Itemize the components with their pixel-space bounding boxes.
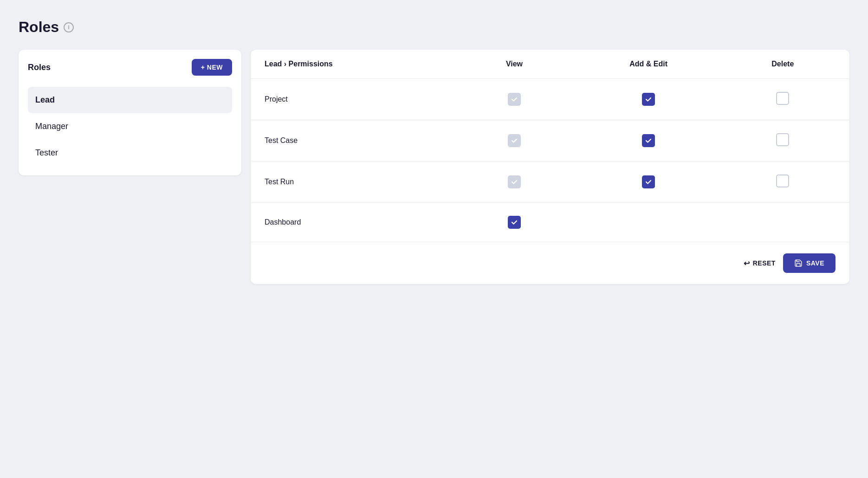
checkbox-unchecked[interactable] [776, 92, 789, 105]
view-checkbox-testcase[interactable] [447, 120, 581, 161]
footer-row: ↩ RESET SAVE [251, 242, 849, 284]
role-list: Lead Manager Tester [28, 87, 232, 166]
delete-checkbox-dashboard [716, 203, 849, 242]
left-panel: Roles + NEW Lead Manager Tester [19, 50, 241, 175]
checkbox-blue[interactable] [642, 175, 655, 188]
checkbox-unchecked[interactable] [776, 133, 789, 146]
page-title: Roles [19, 19, 59, 36]
checkbox-gray [508, 175, 521, 188]
delete-checkbox-testcase[interactable] [716, 120, 849, 161]
reset-icon: ↩ [744, 259, 750, 268]
view-checkbox-testrun[interactable] [447, 161, 581, 203]
col-header-resource: Lead › Permissions [251, 50, 447, 79]
resource-name-project: Project [251, 79, 447, 120]
save-button[interactable]: SAVE [783, 253, 836, 273]
checkbox-blue[interactable] [508, 216, 521, 229]
reset-label: RESET [753, 259, 776, 267]
table-row: Test Case [251, 120, 849, 161]
view-checkbox-dashboard[interactable] [447, 203, 581, 242]
new-role-button[interactable]: + NEW [192, 59, 232, 76]
permissions-table: Lead › Permissions View Add & Edit Delet… [251, 50, 849, 284]
checkbox-unchecked[interactable] [776, 174, 789, 187]
delete-checkbox-testrun[interactable] [716, 161, 849, 203]
table-row: Project [251, 79, 849, 120]
add-edit-checkbox-testrun[interactable] [581, 161, 716, 203]
delete-checkbox-project[interactable] [716, 79, 849, 120]
reset-button[interactable]: ↩ RESET [744, 259, 776, 268]
sidebar-item-tester[interactable]: Tester [28, 140, 232, 166]
footer-actions-cell: ↩ RESET SAVE [251, 242, 849, 284]
add-edit-checkbox-testcase[interactable] [581, 120, 716, 161]
add-edit-checkbox-project[interactable] [581, 79, 716, 120]
save-label: SAVE [806, 259, 824, 267]
resource-name-dashboard: Dashboard [251, 203, 447, 242]
resource-name-testcase: Test Case [251, 120, 447, 161]
table-row: Dashboard [251, 203, 849, 242]
add-edit-checkbox-dashboard [581, 203, 716, 242]
checkbox-blue[interactable] [642, 93, 655, 106]
right-panel: Lead › Permissions View Add & Edit Delet… [251, 50, 849, 284]
roles-panel-title: Roles [28, 63, 51, 72]
col-header-delete: Delete [716, 50, 849, 79]
table-header-row: Lead › Permissions View Add & Edit Delet… [251, 50, 849, 79]
checkbox-gray [508, 93, 521, 106]
sidebar-item-lead[interactable]: Lead [28, 87, 232, 113]
resource-name-testrun: Test Run [251, 161, 447, 203]
checkbox-gray [508, 134, 521, 147]
col-header-add-edit: Add & Edit [581, 50, 716, 79]
checkbox-blue[interactable] [642, 134, 655, 147]
save-icon [794, 259, 803, 267]
view-checkbox-project[interactable] [447, 79, 581, 120]
left-panel-header: Roles + NEW [28, 59, 232, 81]
sidebar-item-manager[interactable]: Manager [28, 113, 232, 140]
footer-actions: ↩ RESET SAVE [265, 253, 836, 273]
main-layout: Roles + NEW Lead Manager Tester Lead › P… [19, 50, 849, 284]
table-row: Test Run [251, 161, 849, 203]
col-header-view: View [447, 50, 581, 79]
info-icon[interactable]: i [64, 22, 74, 32]
